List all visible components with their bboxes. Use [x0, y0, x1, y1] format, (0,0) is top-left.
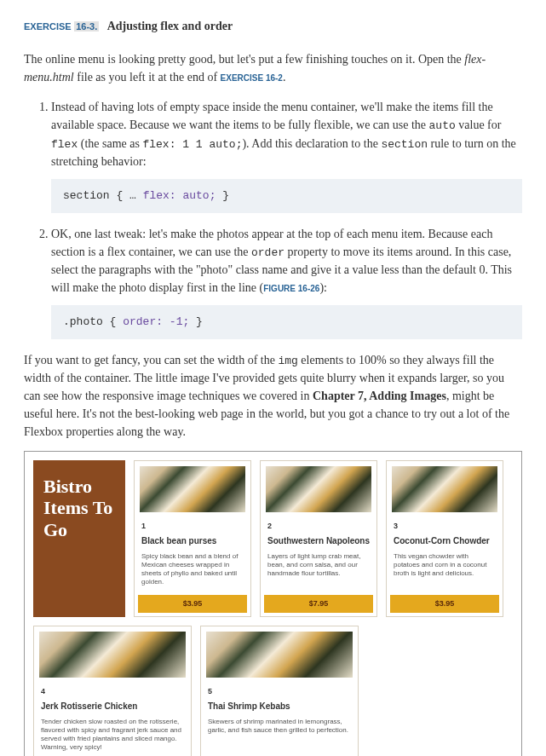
code-highlight: flex: auto; — [143, 189, 216, 202]
bistro-header: Bistro Items To Go — [33, 460, 125, 617]
step-text: Instead of having lots of empty space in… — [51, 98, 522, 170]
text: If you want to get fancy, you can set th… — [24, 354, 278, 366]
card-photo — [140, 466, 245, 512]
intro-text: file as you left it at the end of — [77, 71, 220, 84]
code-text: .photo { — [63, 315, 123, 328]
text: ). Add this declaration to the — [242, 137, 381, 150]
figure-preview: Bistro Items To Go 1Black bean pursesSpi… — [24, 451, 522, 756]
code-text: } — [216, 189, 229, 202]
card-body: 1Black bean pursesSpicy black bean and a… — [135, 517, 250, 592]
card-photo — [206, 632, 353, 678]
card-number: 3 — [394, 521, 496, 533]
step-item: OK, one last tweak: let's make the photo… — [51, 225, 522, 339]
code-text: section { … — [63, 189, 143, 202]
text: value for — [456, 118, 502, 131]
code-inline: order — [251, 246, 284, 259]
exercise-heading: EXERCISE 16-3. Adjusting flex and order — [24, 17, 522, 35]
exercise-number: 16-3. — [74, 21, 99, 32]
code-highlight: order: -1; — [123, 315, 189, 328]
card-title: Thai Shrimp Kebabs — [208, 700, 351, 713]
card-number: 1 — [141, 521, 244, 533]
card-description: Layers of light lump crab meat, bean, an… — [267, 552, 370, 578]
intro-text: The online menu is looking pretty good, … — [24, 53, 464, 66]
code-inline: auto — [429, 119, 456, 132]
code-inline: img — [278, 355, 297, 367]
menu-card: 3Coconut-Corn ChowderThis vegan chowder … — [386, 460, 503, 617]
card-title: Coconut-Corn Chowder — [394, 534, 496, 547]
card-title: Southwestern Napoleons — [267, 534, 370, 547]
closing-paragraph: If you want to get fancy, you can set th… — [24, 351, 522, 441]
text: ): — [319, 281, 327, 294]
figure-link[interactable]: FIGURE 16-26 — [263, 284, 319, 293]
code-inline: flex: 1 1 auto; — [142, 138, 242, 151]
code-block: section { … flex: auto; } — [51, 179, 522, 213]
card-description: Skewers of shrimp marinated in lemongras… — [208, 718, 351, 735]
step-item: Instead of having lots of empty space in… — [51, 98, 522, 213]
code-text: } — [189, 315, 203, 328]
menu-card: 4Jerk Rotisserie ChickenTender chicken s… — [33, 626, 192, 756]
card-body: 3Coconut-Corn ChowderThis vegan chowder … — [387, 517, 503, 592]
menu-card: 1Black bean pursesSpicy black bean and a… — [134, 460, 251, 617]
text: Instead of having lots of empty space in… — [51, 101, 493, 131]
menu-card: 2Southwestern NapoleonsLayers of light l… — [260, 460, 377, 617]
card-body: 4Jerk Rotisserie ChickenTender chicken s… — [34, 683, 191, 756]
intro-paragraph: The online menu is looking pretty good, … — [24, 50, 522, 86]
card-body: 2Southwestern NapoleonsLayers of light l… — [261, 517, 376, 592]
code-inline: section — [381, 138, 428, 151]
card-price: $3.95 — [390, 595, 499, 614]
code-block: .photo { order: -1; } — [51, 305, 522, 339]
code-inline: flex — [51, 138, 78, 151]
card-number: 5 — [208, 686, 351, 698]
exercise-title: Adjusting flex and order — [107, 20, 233, 32]
step-text: OK, one last tweak: let's make the photo… — [51, 225, 522, 297]
card-body: 5Thai Shrimp KebabsSkewers of shrimp mar… — [201, 683, 358, 756]
card-price: $7.95 — [264, 595, 373, 614]
steps-list: Instead of having lots of empty space in… — [24, 98, 522, 339]
card-description: Spicy black bean and a blend of Mexican … — [141, 552, 244, 586]
card-photo — [39, 632, 186, 678]
card-number: 4 — [41, 686, 184, 698]
exercise-label: EXERCISE — [24, 21, 72, 32]
text: (the same as — [78, 137, 142, 150]
menu-card: 5Thai Shrimp KebabsSkewers of shrimp mar… — [200, 626, 359, 756]
card-number: 2 — [267, 521, 370, 533]
intro-text: . — [283, 71, 286, 84]
card-title: Jerk Rotisserie Chicken — [41, 700, 184, 713]
card-photo — [266, 466, 371, 512]
card-photo — [392, 466, 497, 512]
chapter-ref: Chapter 7, Adding Images — [313, 390, 446, 402]
card-price: $3.95 — [138, 595, 247, 614]
card-description: This vegan chowder with potatoes and cor… — [394, 552, 496, 578]
card-description: Tender chicken slow roasted on the rotis… — [41, 718, 184, 752]
card-title: Black bean purses — [141, 534, 244, 547]
exercise-link[interactable]: EXERCISE 16-2 — [221, 73, 283, 83]
